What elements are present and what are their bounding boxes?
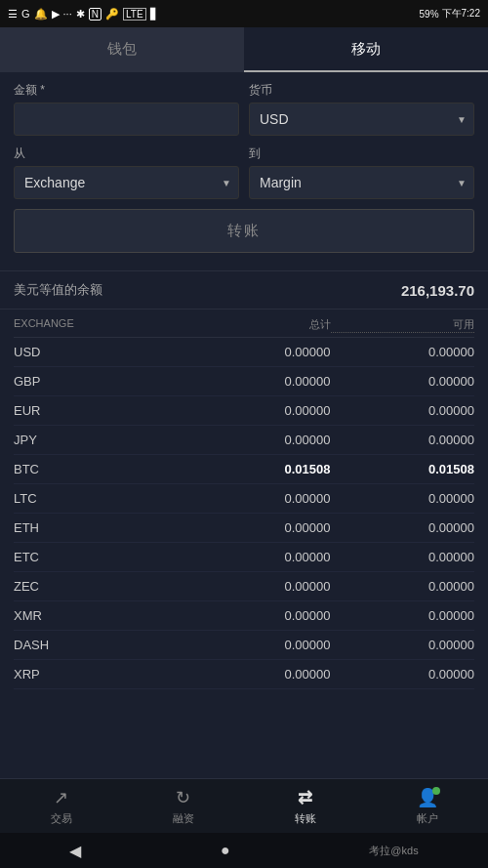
row-available: 0.00000 — [331, 638, 475, 652]
transfer-btn-row: 转账 — [14, 209, 474, 253]
currency-select[interactable]: USD — [249, 103, 474, 136]
table-row: XRP 0.00000 0.00000 — [14, 660, 474, 689]
tab-transfer[interactable]: 移动 — [244, 27, 488, 72]
table-header: EXCHANGE 总计 可用 — [14, 310, 474, 338]
from-to-row: 从 Exchange 到 Margin — [14, 145, 474, 199]
balance-label: 美元等值的余额 — [14, 281, 102, 299]
row-coin: JPY — [14, 433, 186, 447]
row-coin: XMR — [14, 608, 186, 623]
form-area: 金额 * 货币 USD 从 Exchange 到 — [0, 72, 488, 270]
row-total: 0.00000 — [186, 550, 331, 564]
back-button[interactable]: ◀ — [69, 842, 81, 860]
table-row: ETH 0.00000 0.00000 — [14, 514, 474, 543]
transfer-nav-icon: ⇄ — [298, 787, 312, 808]
nav-item-trade[interactable]: ↗ 交易 — [0, 779, 122, 833]
table-rows: USD 0.00000 0.00000 GBP 0.00000 0.00000 … — [14, 338, 474, 689]
nav-item-account[interactable]: 👤 帐户 — [366, 779, 488, 833]
nav-label-account: 帐户 — [417, 811, 438, 826]
amount-currency-row: 金额 * 货币 USD — [14, 82, 474, 136]
status-left-icons: ☰ G 🔔 ▶ ··· ✱ N 🔑 LTE ▋ — [8, 8, 158, 21]
row-total: 0.00000 — [186, 608, 331, 623]
tab-wallet[interactable]: 钱包 — [0, 27, 244, 72]
row-total: 0.00000 — [186, 638, 331, 652]
funding-icon: ↻ — [176, 787, 190, 808]
home-button[interactable]: ● — [221, 842, 230, 859]
section-label: EXCHANGE — [14, 317, 186, 333]
key-icon: 🔑 — [105, 8, 119, 21]
to-select[interactable]: Margin — [249, 166, 474, 199]
trade-icon: ↗ — [54, 787, 68, 808]
signal-icon: ▋ — [150, 8, 158, 21]
currency-select-wrapper: USD — [249, 103, 474, 136]
bluetooth-icon: ✱ — [76, 8, 85, 21]
table-row: LTC 0.00000 0.00000 — [14, 484, 474, 514]
table-row: ZEC 0.00000 0.00000 — [14, 572, 474, 601]
table-row: EUR 0.00000 0.00000 — [14, 396, 474, 426]
row-coin: ETC — [14, 550, 186, 564]
currency-label: 货币 — [249, 82, 474, 99]
from-label: 从 — [14, 145, 239, 162]
to-label: 到 — [249, 145, 474, 162]
balance-value: 216,193.70 — [401, 282, 474, 299]
currency-field: 货币 USD — [249, 82, 474, 136]
row-available: 0.00000 — [331, 433, 475, 447]
from-select[interactable]: Exchange — [14, 166, 239, 199]
row-total: 0.00000 — [186, 667, 331, 682]
from-select-wrapper: Exchange — [14, 166, 239, 199]
nav-label-transfer: 转账 — [295, 811, 316, 826]
lte-icon: LTE — [123, 8, 146, 21]
bell-icon: 🔔 — [34, 8, 48, 21]
nfc-icon: N — [89, 8, 102, 21]
table-row: DASH 0.00000 0.00000 — [14, 631, 474, 660]
row-available: 0.00000 — [331, 608, 475, 623]
table-row: JPY 0.00000 0.00000 — [14, 426, 474, 455]
nav-label-trade: 交易 — [51, 811, 72, 826]
from-field: 从 Exchange — [14, 145, 239, 199]
row-total: 0.00000 — [186, 345, 331, 359]
menu-icon: ☰ — [8, 8, 18, 21]
g-icon: G — [21, 8, 30, 20]
account-icon-wrap: 👤 — [417, 787, 438, 808]
table-row: USD 0.00000 0.00000 — [14, 338, 474, 367]
table-row: XMR 0.00000 0.00000 — [14, 601, 474, 631]
row-available: 0.00000 — [331, 403, 475, 418]
row-total: 0.00000 — [186, 433, 331, 447]
row-available: 0.00000 — [331, 491, 475, 506]
table-row: BTC 0.01508 0.01508 — [14, 455, 474, 484]
top-tabs: 钱包 移动 — [0, 27, 488, 72]
dots: ··· — [63, 8, 72, 20]
row-available: 0.00000 — [331, 345, 475, 359]
row-available: 0.00000 — [331, 374, 475, 389]
row-coin: GBP — [14, 374, 186, 389]
row-total: 0.00000 — [186, 579, 331, 594]
online-dot — [432, 787, 440, 795]
bottom-nav: ↗ 交易 ↻ 融资 ⇄ 转账 👤 帐户 — [0, 778, 488, 833]
row-available: 0.00000 — [331, 579, 475, 594]
amount-label: 金额 * — [14, 82, 239, 99]
row-total: 0.00000 — [186, 491, 331, 506]
row-available: 0.01508 — [331, 462, 475, 476]
row-available: 0.00000 — [331, 667, 475, 682]
table-row: ETC 0.00000 0.00000 — [14, 543, 474, 572]
balance-section: 美元等值的余额 216,193.70 — [0, 270, 488, 310]
brand-label: 考拉@kds — [369, 844, 418, 858]
row-available: 0.00000 — [331, 520, 475, 535]
table-section: EXCHANGE 总计 可用 USD 0.00000 0.00000 GBP 0… — [0, 310, 488, 689]
amount-input[interactable] — [14, 103, 239, 136]
to-select-wrapper: Margin — [249, 166, 474, 199]
status-bar: ☰ G 🔔 ▶ ··· ✱ N 🔑 LTE ▋ 59% 下午7:22 — [0, 0, 488, 27]
status-right-icons: 59% 下午7:22 — [420, 7, 480, 21]
row-available: 0.00000 — [331, 550, 475, 564]
nav-item-funding[interactable]: ↻ 融资 — [122, 779, 244, 833]
row-coin: XRP — [14, 667, 186, 682]
nav-item-transfer[interactable]: ⇄ 转账 — [244, 779, 366, 833]
row-coin: ETH — [14, 520, 186, 535]
transfer-button[interactable]: 转账 — [14, 209, 474, 253]
system-nav: ◀ ● 考拉@kds — [0, 833, 488, 868]
row-total: 0.00000 — [186, 520, 331, 535]
row-coin: DASH — [14, 638, 186, 652]
nav-label-funding: 融资 — [173, 811, 194, 826]
row-coin: EUR — [14, 403, 186, 418]
row-total: 0.01508 — [186, 462, 331, 476]
time-display: 下午7:22 — [442, 7, 480, 21]
